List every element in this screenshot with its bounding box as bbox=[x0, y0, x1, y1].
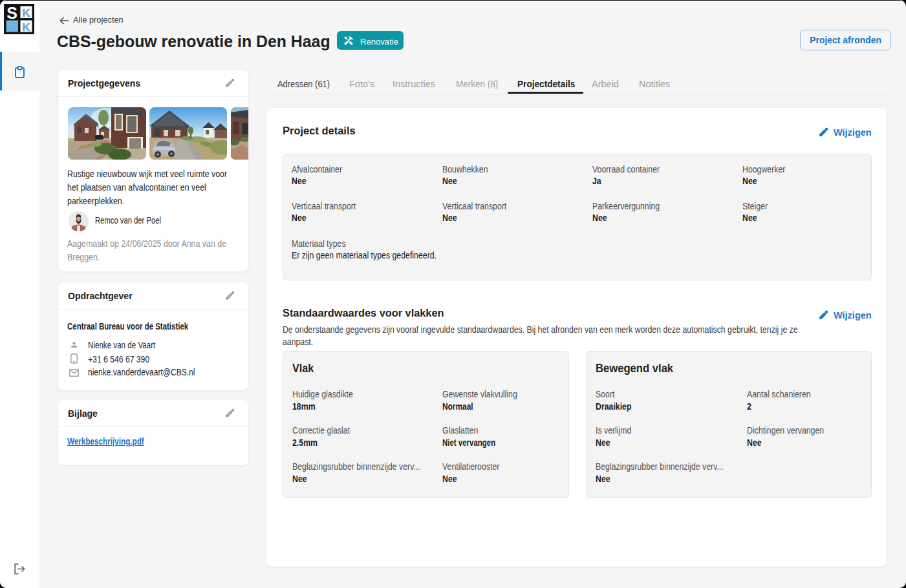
svg-text:K: K bbox=[22, 21, 30, 34]
svg-text:K: K bbox=[22, 7, 30, 19]
svg-text:S: S bbox=[6, 4, 17, 22]
